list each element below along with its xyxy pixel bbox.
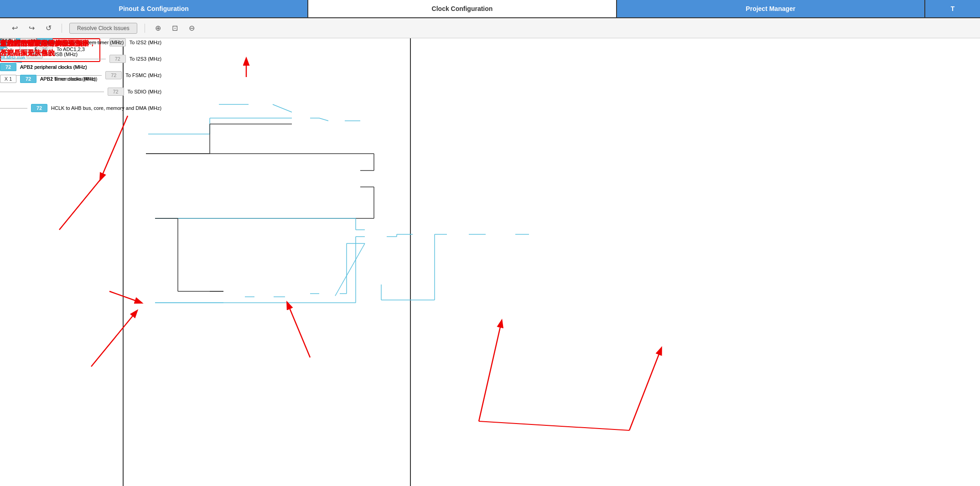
- svg-line-46: [100, 116, 128, 180]
- resolve-clock-button[interactable]: Resolve Clock Issues: [69, 23, 137, 34]
- apb2-timer-mult-box: X 1: [0, 75, 16, 83]
- fsmc-label: To FSMC (MHz): [125, 72, 161, 78]
- zoom-in-icon[interactable]: ⊕: [152, 23, 164, 33]
- fit-icon[interactable]: ⊡: [169, 23, 181, 33]
- tab-clock[interactable]: Clock Configuration: [308, 0, 617, 17]
- apb2-pclk-row: 72 APB2 peripheral clocks (MHz): [0, 63, 96, 71]
- tab-pinout[interactable]: Pinout & Configuration: [0, 0, 308, 17]
- toolbar-separator: [62, 24, 62, 33]
- apb2-timer-row: X 1 72 APB2 timer clocks (MHz): [0, 75, 96, 83]
- svg-line-3: [273, 104, 292, 112]
- hclk-ahb-val: 72: [31, 104, 47, 112]
- undo-icon[interactable]: ↩: [9, 23, 21, 33]
- svg-line-53: [479, 421, 629, 430]
- toolbar: ↩ ↪ ↺ Resolve Clock Issues ⊕ ⊡ ⊖: [0, 18, 980, 38]
- i2s3-label: To I2S3 (MHz): [130, 56, 161, 62]
- sdio2-row: 72 To SDIO (MHz): [0, 88, 161, 96]
- hclk-ahb-row: 72 HCLK to AHB bus, core, memory and DMA…: [0, 104, 161, 112]
- apb2-pclk-label: APB2 peripheral clocks (MHz): [20, 64, 87, 70]
- i2s3-val: 72: [109, 55, 126, 63]
- hclk-ahb-label: HCLK to AHB bus, core, memory and DMA (M…: [51, 105, 161, 111]
- svg-line-49: [109, 291, 141, 303]
- apb2-timer-val: 72: [20, 75, 36, 83]
- toolbar-separator2: [145, 24, 145, 33]
- fsmc-val: 72: [105, 71, 122, 79]
- zoom-out-icon[interactable]: ⊖: [186, 23, 197, 33]
- svg-line-52: [479, 321, 502, 421]
- refresh-icon[interactable]: ↺: [43, 23, 54, 33]
- tab-project[interactable]: Project Manager: [617, 0, 925, 17]
- apb2-pclk-val: 72: [0, 63, 16, 71]
- svg-line-47: [59, 180, 100, 230]
- top-nav: Pinout & Configuration Clock Configurati…: [0, 0, 980, 18]
- svg-line-54: [629, 348, 661, 430]
- redo-icon[interactable]: ↪: [26, 23, 37, 33]
- apb2-timer-label: APB2 timer clocks (MHz): [40, 76, 96, 82]
- svg-line-11: [319, 118, 328, 121]
- sdio2-val: 72: [108, 88, 124, 96]
- svg-line-51: [287, 303, 310, 357]
- tab-tools[interactable]: T: [925, 0, 980, 17]
- svg-line-25: [335, 243, 365, 296]
- clock-canvas: Input frequency 32.768 ◄◄ LSE KHz LSI RC…: [0, 38, 980, 486]
- i2s2-label: To I2S2 (MHz): [130, 40, 161, 45]
- sdio2-label: To SDIO (MHz): [128, 89, 162, 94]
- annotation-5: 灰色的，需要前一步设置激活， 否则后面无法修改: [0, 38, 96, 57]
- svg-line-50: [91, 311, 137, 367]
